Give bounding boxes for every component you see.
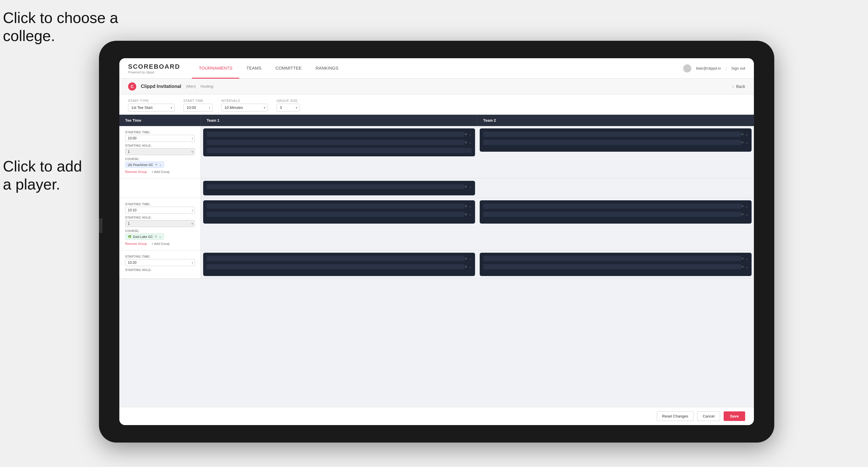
bottom-bar: Reset Changes Cancel Save [119,407,754,425]
group-size-select[interactable]: 3 [277,104,300,112]
g2-player-expand-1[interactable]: ⌄ [469,205,471,208]
starting-hole-select-2[interactable]: 1 [125,220,195,227]
user-email: blair@clippd.io [696,66,721,70]
t2g2-row-1: ✕ ⌄ [483,203,748,210]
group-left-2: STARTING TIME: ℹ STARTING HOLE: 1 [119,198,201,250]
nav-bar: SCOREBOARD Powered by clippd TOURNAMENTS… [119,58,754,79]
course-expand-1[interactable]: ⌄ [159,163,161,166]
sign-out-link[interactable]: Sign out [731,66,745,70]
t2-player-expand-2[interactable]: ⌄ [745,141,748,145]
starting-time-input-wrapper-1: ℹ [125,135,195,142]
remove-group-1[interactable]: Remove Group [125,170,147,174]
player-x-btn-2[interactable]: ✕ [465,141,467,145]
nav-link-teams[interactable]: TEAMS [239,58,268,79]
team1-col-2: ✕ ⌄ ✕ ⌄ [201,198,477,250]
course-remove-2[interactable]: ✕ [155,235,157,239]
cp-actions-1: ✕ ⌄ [465,185,471,189]
reset-changes-button[interactable]: Reset Changes [657,411,694,421]
g2-player-row-1: ✕ ⌄ [207,203,471,210]
start-type-select[interactable]: 1st Tee Start [128,104,175,112]
player-x-btn-1[interactable]: ✕ [465,132,467,136]
starting-time-input-wrapper-2: ℹ [125,207,195,214]
time-info-icon-3: ℹ [192,261,193,264]
main-content: Tee Time Team 1 Team 2 STARTING TIME: ℹ … [119,115,754,407]
cp-expand-1[interactable]: ⌄ [469,185,471,189]
remove-group-2[interactable]: Remove Group [125,242,147,245]
t2g2-expand-2[interactable]: ⌄ [745,213,748,216]
t2g3-expand-1[interactable]: ⌄ [745,257,748,260]
starting-time-input-3[interactable] [125,259,195,266]
t2-player-slot-2 [483,140,741,145]
player-add-slot[interactable] [207,148,471,153]
t2g3-x-1[interactable]: ✕ [741,257,744,260]
t2g2-x-2[interactable]: ✕ [741,213,744,216]
tablet-frame: SCOREBOARD Powered by clippd TOURNAMENTS… [99,41,774,442]
g3-player-x-1[interactable]: ✕ [465,257,467,260]
player-row-add[interactable] [207,147,471,154]
player-actions-1: ✕ ⌄ [465,132,471,136]
g2-player-x-2[interactable]: ✕ [465,213,467,216]
player-row-2: ✕ ⌄ [207,139,471,146]
starting-time-input-1[interactable] [125,135,195,142]
logo-text: SCOREBOARD [128,63,180,70]
g3-player-x-2[interactable]: ✕ [465,265,467,269]
course-tag-1[interactable]: (A) Peachtree GC ✕ ⌄ [125,162,195,168]
t2g3-expand-2[interactable]: ⌄ [745,265,748,269]
nav-link-rankings[interactable]: RANKINGS [309,58,345,79]
t2-player-x-1[interactable]: ✕ [741,132,744,136]
start-type-group: Start Type 1st Tee Start [128,99,175,112]
starting-time-field-1: STARTING TIME: ℹ [125,131,195,142]
group-size-label: Group Size [277,99,300,102]
starting-time-label-2: STARTING TIME: [125,203,195,206]
add-group-1[interactable]: + Add Group [152,170,170,174]
starting-hole-wrapper-1: 1 [125,148,195,155]
t2g2-x-1[interactable]: ✕ [741,205,744,208]
annotation-choose-college: Click to choose a college. [3,9,118,45]
t2-player-x-2[interactable]: ✕ [741,141,744,145]
course-tag-2[interactable]: 🌿 East Lake GC ✕ ⌄ [125,234,195,240]
course-field-2: COURSE: 🌿 East Lake GC ✕ ⌄ [125,229,195,240]
player-expand-1[interactable]: ⌄ [469,132,471,136]
starting-time-input-wrapper-3: ℹ [125,259,195,266]
t2-player-slot-1 [483,132,741,137]
course-name-1: (A) Peachtree GC [128,163,153,166]
g3-player-expand-2[interactable]: ⌄ [469,265,471,269]
course-field-1: COURSE: (A) Peachtree GC ✕ ⌄ [125,157,195,168]
g2-player-expand-2[interactable]: ⌄ [469,213,471,216]
back-button[interactable]: ‹ Back [732,84,745,89]
course-remove-1[interactable]: ✕ [155,163,157,166]
start-type-select-wrapper: 1st Tee Start [128,104,175,112]
cp-x-1[interactable]: ✕ [465,185,467,189]
t2-player-expand-1[interactable]: ⌄ [745,132,748,136]
t2g3-x-2[interactable]: ✕ [741,265,744,269]
course-expand-2[interactable]: ⌄ [159,235,161,238]
g3-player-slot-1 [207,256,465,261]
intervals-select[interactable]: 10 Minutes [221,104,268,112]
g2-player-slot-1 [207,204,465,209]
t2g2-expand-1[interactable]: ⌄ [745,205,748,208]
player-slot-1 [207,132,465,137]
g3-player-expand-1[interactable]: ⌄ [469,257,471,260]
g3-player-row-1: ✕ ⌄ [207,255,471,262]
starting-time-input-2[interactable] [125,207,195,214]
start-time-input[interactable] [183,104,213,112]
intervals-label: Intervals [221,99,268,102]
starting-hole-select-1[interactable]: 1 [125,148,195,155]
t2g3-actions-2: ✕ ⌄ [741,265,748,269]
add-group-2[interactable]: + Add Group [152,242,170,245]
group-size-select-wrapper: 3 [277,104,300,112]
t2g3-slot-1 [483,256,741,261]
back-chevron-icon: ‹ [732,84,734,89]
t2-player-row-1: ✕ ⌄ [483,131,748,138]
team1-col-3: ✕ ⌄ ✕ ⌄ [201,250,477,278]
group-row-3: STARTING TIME: ℹ STARTING HOLE: [119,250,754,279]
nav-link-committee[interactable]: COMMITTEE [268,58,309,79]
team2-col-3: ✕ ⌄ ✕ ⌄ [477,250,754,278]
cancel-button[interactable]: Cancel [697,411,720,421]
save-button[interactable]: Save [724,411,745,421]
nav-link-tournaments[interactable]: TOURNAMENTS [192,58,240,79]
t2g2-slot-2 [483,212,741,217]
player-expand-2[interactable]: ⌄ [469,141,471,145]
g2-player-x-1[interactable]: ✕ [465,205,467,208]
t2g3-row-1: ✕ ⌄ [483,255,748,262]
